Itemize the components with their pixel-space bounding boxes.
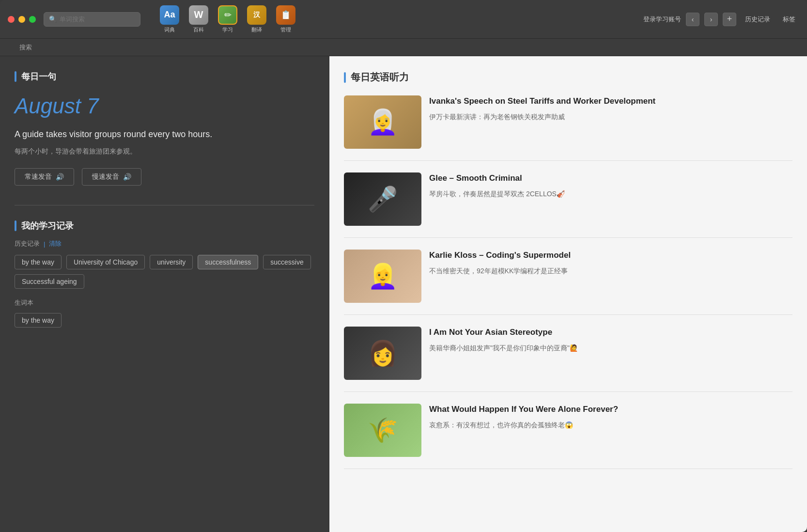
toolbar-guanli[interactable]: 📋 管理 — [276, 5, 295, 33]
history-clear-button[interactable]: 清除 — [49, 239, 62, 248]
history-tags-row: by the way University of Chicago univers… — [15, 255, 314, 289]
history-tag-1[interactable]: University of Chicago — [66, 255, 145, 269]
news-thumb-4: 🌾 — [344, 404, 421, 457]
history-button[interactable]: 历史记录 — [741, 13, 774, 26]
audio-buttons: 常速发音 🔊 慢速发音 🔊 — [15, 168, 314, 186]
news-item-3[interactable]: 👩 I Am Not Your Asian Stereotype 美籍华裔小姐姐… — [344, 327, 792, 392]
fanyi-label: 翻译 — [251, 26, 262, 33]
date-display: August 7 — [15, 94, 314, 118]
news-content-1: Glee – Smooth Criminal 琴房斗歌，伴奏居然是提琴双杰 2C… — [429, 172, 792, 226]
baike-icon: W — [189, 5, 208, 25]
minimize-button[interactable] — [18, 16, 25, 23]
news-title-4: What Would Happen If You Were Alone Fore… — [429, 404, 792, 415]
traffic-lights — [8, 16, 36, 23]
speaker-icon-normal: 🔊 — [56, 173, 64, 181]
baike-label: 百科 — [193, 26, 204, 33]
search-input[interactable] — [60, 16, 135, 23]
section-bar-study — [15, 220, 16, 231]
vocab-label: 生词本 — [15, 298, 314, 307]
news-desc-3: 美籍华裔小姐姐发声"我不是你们印象中的亚裔"🙋 — [429, 343, 792, 353]
news-thumb-0: 👩‍🦳 — [344, 95, 421, 149]
news-image-2: 👱‍♀️ — [344, 250, 421, 303]
news-item-1[interactable]: 🎤 Glee – Smooth Criminal 琴房斗歌，伴奏居然是提琴双杰 … — [344, 172, 792, 238]
login-button[interactable]: 登录学习账号 — [643, 15, 681, 24]
close-button[interactable] — [8, 16, 15, 23]
news-desc-2: 不当维密天使，92年超模KK学编程才是正经事 — [429, 266, 792, 276]
daily-section-title: 每日一句 — [21, 71, 56, 82]
search-box[interactable]: 🔍 — [44, 12, 140, 27]
left-panel: 每日一句 August 7 A guide takes visitor grou… — [0, 56, 329, 532]
normal-speed-button[interactable]: 常速发音 🔊 — [15, 168, 74, 186]
search-label: 搜索 — [19, 43, 32, 52]
history-row: 历史记录 | 清除 — [15, 239, 314, 248]
news-title-2: Karlie Kloss – Coding's Supermodel — [429, 250, 792, 261]
cidian-label: 词典 — [164, 26, 175, 33]
daily-sentence-zh: 每两个小时，导游会带着旅游团来参观。 — [15, 146, 314, 156]
history-tag-4[interactable]: successive — [263, 255, 310, 269]
history-separator: | — [44, 240, 45, 248]
news-content-0: Ivanka's Speech on Steel Tariffs and Wor… — [429, 95, 792, 149]
history-tag-5[interactable]: Successful ageing — [15, 274, 84, 289]
daily-sentence-en: A guide takes visitor groups round every… — [15, 128, 314, 141]
news-desc-1: 琴房斗歌，伴奏居然是提琴双杰 2CELLOS🎻 — [429, 189, 792, 199]
daily-section-header: 每日一句 — [15, 71, 314, 82]
news-title-3: I Am Not Your Asian Stereotype — [429, 327, 792, 338]
news-desc-0: 伊万卡最新演讲：再为老爸钢铁关税发声助威 — [429, 112, 792, 122]
right-section-header: 每日英语听力 — [344, 71, 792, 84]
maximize-button[interactable] — [29, 16, 36, 23]
news-item-2[interactable]: 👱‍♀️ Karlie Kloss – Coding's Supermodel … — [344, 250, 792, 315]
news-image-4: 🌾 — [344, 404, 421, 457]
news-title-1: Glee – Smooth Criminal — [429, 172, 792, 184]
right-section-title: 每日英语听力 — [351, 71, 409, 84]
xuexi-icon: ✏ — [218, 5, 237, 25]
history-tag-3[interactable]: successfulness — [198, 255, 258, 269]
news-image-3: 👩 — [344, 327, 421, 380]
news-thumb-1: 🎤 — [344, 172, 421, 226]
history-label: 历史记录 — [15, 239, 40, 248]
cidian-icon: Aa — [160, 5, 179, 25]
news-item-4[interactable]: 🌾 What Would Happen If You Were Alone Fo… — [344, 404, 792, 469]
toolbar-icons: Aa 词典 W 百科 ✏ 学习 汉 翻译 — [160, 5, 295, 33]
right-toolbar: 登录学习账号 ‹ › + 历史记录 标签 — [643, 13, 799, 26]
xuexi-label: 学习 — [222, 26, 233, 33]
toolbar-fanyi[interactable]: 汉 翻译 — [247, 5, 266, 33]
news-content-3: I Am Not Your Asian Stereotype 美籍华裔小姐姐发声… — [429, 327, 792, 380]
right-panel: 每日英语听力 👩‍🦳 Ivanka's Speech on Steel Tari… — [329, 56, 807, 532]
news-desc-4: 哀愈系：有没有想过，也许你真的会孤独终老😱 — [429, 420, 792, 430]
app-window: 🔍 Aa 词典 W 百科 ✏ 学习 — [0, 0, 807, 532]
speaker-icon-slow: 🔊 — [123, 173, 131, 181]
add-button[interactable]: + — [723, 13, 736, 26]
news-item-0[interactable]: 👩‍🦳 Ivanka's Speech on Steel Tariffs and… — [344, 95, 792, 161]
right-section-bar — [344, 72, 346, 83]
forward-button[interactable]: › — [704, 13, 718, 26]
vocab-tag-0[interactable]: by the way — [15, 313, 62, 328]
news-image-1: 🎤 — [344, 172, 421, 226]
study-section-header: 我的学习记录 — [15, 220, 314, 232]
news-content-4: What Would Happen If You Were Alone Fore… — [429, 404, 792, 457]
news-image-0: 👩‍🦳 — [344, 95, 421, 149]
divider — [15, 205, 314, 205]
titlebar: 🔍 Aa 词典 W 百科 ✏ 学习 — [0, 0, 807, 39]
back-button[interactable]: ‹ — [686, 13, 699, 26]
guanli-icon: 📋 — [276, 5, 295, 25]
news-title-0: Ivanka's Speech on Steel Tariffs and Wor… — [429, 95, 792, 107]
tag-button[interactable]: 标签 — [779, 13, 799, 26]
slow-speed-button[interactable]: 慢速发音 🔊 — [82, 168, 141, 186]
main-content: 每日一句 August 7 A guide takes visitor grou… — [0, 56, 807, 532]
slow-speed-label: 慢速发音 — [92, 172, 119, 181]
toolbar-baike[interactable]: W 百科 — [189, 5, 208, 33]
news-thumb-3: 👩 — [344, 327, 421, 380]
vocab-tags-row: by the way — [15, 313, 314, 328]
guanli-label: 管理 — [280, 26, 291, 33]
news-content-2: Karlie Kloss – Coding's Supermodel 不当维密天… — [429, 250, 792, 303]
history-tag-0[interactable]: by the way — [15, 255, 62, 269]
normal-speed-label: 常速发音 — [25, 172, 52, 181]
news-thumb-2: 👱‍♀️ — [344, 250, 421, 303]
search-label-area: 搜索 — [0, 39, 807, 56]
toolbar-cidian[interactable]: Aa 词典 — [160, 5, 179, 33]
fanyi-icon: 汉 — [247, 5, 266, 25]
history-tag-2[interactable]: university — [150, 255, 193, 269]
search-icon: 🔍 — [49, 16, 57, 23]
toolbar-xuexi[interactable]: ✏ 学习 — [218, 5, 237, 33]
section-bar-daily — [15, 71, 16, 82]
